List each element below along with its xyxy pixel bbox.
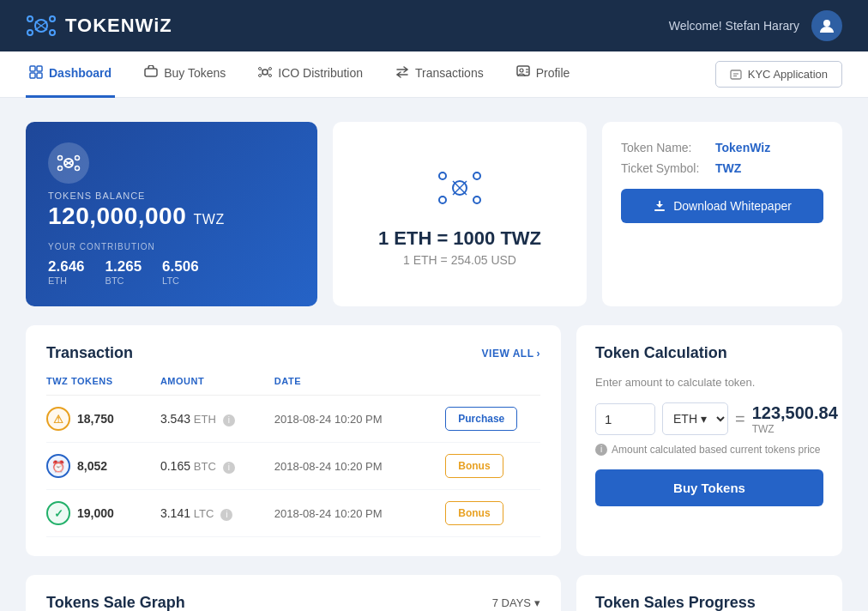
token-badge-1: ⚠ 18,750: [46, 407, 160, 431]
transaction-card: Transaction VIEW ALL › TWZ Tokens Amount…: [26, 325, 561, 556]
svg-rect-10: [30, 66, 35, 71]
token-badge-2: ⏰ 8,052: [46, 454, 160, 478]
calc-input-row: ETH ▾ BTC LTC = 123,500.84 TWZ: [595, 402, 823, 435]
svg-point-1: [27, 16, 33, 21]
svg-point-35: [75, 166, 80, 171]
contrib-eth: 2.646 ETH: [48, 258, 85, 286]
buy-tokens-button[interactable]: Buy Tokens: [595, 469, 823, 506]
profile-icon: [516, 65, 530, 82]
svg-point-2: [50, 16, 55, 21]
svg-point-42: [473, 172, 480, 179]
welcome-text: Welcome! Stefan Harary: [669, 19, 799, 33]
svg-rect-49: [654, 209, 665, 211]
nav-dashboard[interactable]: Dashboard: [26, 51, 115, 98]
svg-point-41: [439, 172, 446, 179]
nav-ico-distribution[interactable]: ICO Distribution: [255, 51, 366, 98]
view-all-link[interactable]: VIEW ALL ›: [482, 348, 540, 360]
svg-point-17: [269, 67, 272, 70]
svg-point-19: [269, 74, 272, 76]
action-cell-1: Purchase: [445, 407, 540, 431]
transaction-title: Transaction: [46, 344, 133, 362]
days-selector[interactable]: 7 DAYS ▾: [492, 596, 540, 609]
buy-tokens-icon: [144, 65, 158, 82]
svg-point-9: [823, 20, 830, 27]
svg-rect-14: [145, 69, 157, 76]
balance-card: Tokens Balance 120,000,000 TWZ Your Cont…: [26, 122, 317, 306]
download-whitepaper-button[interactable]: Download Whitepaper: [621, 189, 823, 223]
svg-point-3: [27, 30, 33, 35]
amount-cell-1: 3.543 ETH i: [160, 412, 274, 426]
calc-currency-select[interactable]: ETH ▾ BTC LTC: [662, 402, 728, 435]
action-cell-3: Bonus: [445, 501, 540, 525]
transactions-icon: [395, 65, 409, 82]
transaction-header: Transaction VIEW ALL ›: [46, 344, 540, 362]
svg-rect-13: [37, 73, 42, 78]
contribution-label: Your Contribution: [48, 242, 295, 251]
bottom-row: Transaction VIEW ALL › TWZ Tokens Amount…: [26, 325, 842, 556]
table-row: ⏰ 8,052 0.165 BTC i 2018-08-24 10:20 PM …: [46, 443, 540, 490]
kyc-button[interactable]: KYC Application: [715, 61, 842, 88]
header-right: Welcome! Stefan Harary: [669, 10, 842, 41]
svg-point-25: [520, 69, 523, 72]
date-cell-2: 2018-08-24 10:20 PM: [274, 460, 445, 473]
eth-icon: [434, 162, 485, 217]
bonus-button-2[interactable]: Bonus: [445, 501, 503, 525]
ico-icon: [258, 65, 272, 82]
progress-title: Token Sales Progress: [595, 594, 756, 611]
calc-amount-input[interactable]: [595, 403, 655, 435]
action-cell-2: Bonus: [445, 454, 540, 478]
info-icon-2[interactable]: i: [223, 462, 235, 474]
main-content: Tokens Balance 120,000,000 TWZ Your Cont…: [0, 98, 868, 611]
token-symbol-row: Ticket Symbol: TWZ: [621, 161, 823, 175]
info-icon-1[interactable]: i: [223, 414, 235, 426]
bonus-button-1[interactable]: Bonus: [445, 454, 503, 478]
token-badge-3: ✓ 19,000: [46, 501, 160, 525]
tokens-amount: 120,000,000 TWZ: [48, 203, 295, 230]
amount-cell-2: 0.165 BTC i: [160, 459, 274, 474]
amount-cell-3: 3.141 LTC i: [160, 506, 274, 521]
table-row: ✓ 19,000 3.141 LTC i 2018-08-24 10:20 PM…: [46, 490, 540, 537]
logo: TOKENWiZ: [26, 10, 172, 41]
nav-profile[interactable]: Profile: [513, 51, 574, 98]
calc-note: i Amount calculated based current tokens…: [595, 444, 823, 456]
svg-line-22: [262, 74, 263, 75]
svg-point-4: [50, 30, 55, 35]
svg-point-16: [259, 67, 262, 70]
info-icon-3[interactable]: i: [220, 509, 232, 521]
graph-card: Tokens Sale Graph 7 DAYS ▾: [26, 575, 561, 611]
svg-point-34: [58, 166, 63, 171]
svg-rect-28: [731, 70, 741, 79]
info-circle-icon: i: [595, 444, 607, 456]
tokens-label: Tokens Balance: [48, 191, 295, 201]
graph-row: Tokens Sale Graph 7 DAYS ▾: [26, 575, 842, 611]
svg-point-43: [439, 197, 446, 203]
calc-subtitle: Enter amount to calculate token.: [595, 376, 823, 389]
calc-result: 123,500.84 TWZ: [752, 403, 838, 435]
calc-title: Token Calculation: [595, 344, 727, 362]
table-header: TWZ Tokens Amount Date: [46, 376, 540, 396]
nav-transactions[interactable]: Transactions: [392, 51, 487, 98]
app-header: TOKENWiZ Welcome! Stefan Harary: [0, 0, 868, 51]
table-row: ⚠ 18,750 3.543 ETH i 2018-08-24 10:20 PM…: [46, 396, 540, 443]
token-symbol-val: TWZ: [715, 161, 741, 175]
contrib-ltc: 6.506 LTC: [162, 258, 199, 286]
svg-rect-11: [37, 66, 42, 71]
avatar[interactable]: [811, 10, 842, 41]
svg-point-15: [262, 70, 268, 75]
contrib-btc: 1.265 BTC: [105, 258, 142, 286]
chevron-right-icon: ›: [537, 348, 541, 360]
svg-point-18: [259, 74, 262, 76]
eth-usd: 1 ETH = 254.05 USD: [403, 253, 516, 267]
date-cell-3: 2018-08-24 10:20 PM: [274, 507, 445, 520]
logo-icon: [26, 10, 57, 41]
graph-header: Tokens Sale Graph 7 DAYS ▾: [46, 594, 540, 611]
nav-buy-tokens[interactable]: Buy Tokens: [141, 51, 229, 98]
purchase-button[interactable]: Purchase: [445, 407, 517, 431]
balance-icon-wrap: [48, 142, 89, 184]
eth-rate: 1 ETH = 1000 TWZ: [378, 227, 541, 250]
eth-card: 1 ETH = 1000 TWZ 1 ETH = 254.05 USD: [333, 122, 587, 306]
logo-text: TOKENWiZ: [65, 15, 172, 37]
calc-header: Token Calculation: [595, 344, 823, 362]
date-cell-1: 2018-08-24 10:20 PM: [274, 413, 445, 426]
contrib-row: 2.646 ETH 1.265 BTC 6.506 LTC: [48, 258, 295, 286]
